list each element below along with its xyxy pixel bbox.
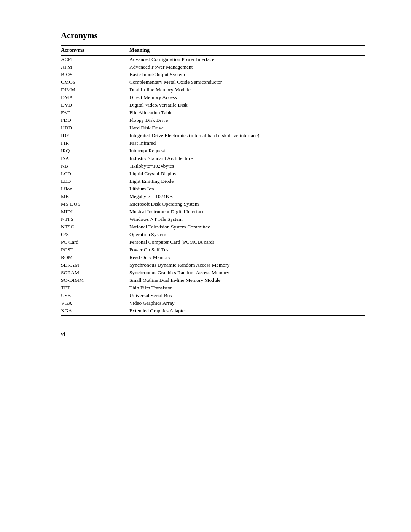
table-row: ACPIAdvanced Configuration Power Interfa… xyxy=(61,55,365,63)
cell-acronym: POST xyxy=(61,246,129,254)
cell-meaning: Basic Input/Output System xyxy=(129,71,365,78)
cell-meaning: Liquid Crystal Display xyxy=(129,170,365,177)
cell-meaning: Power On Self-Test xyxy=(129,246,365,254)
table-row: MBMegabyte = 1024KB xyxy=(61,193,365,200)
cell-acronym: LED xyxy=(61,177,129,185)
table-row: IDEIntegrated Drive Electronics (interna… xyxy=(61,132,365,139)
cell-acronym: SGRAM xyxy=(61,269,129,276)
cell-acronym: KB xyxy=(61,162,129,170)
table-row: NTSCNational Television System Committee xyxy=(61,223,365,231)
cell-acronym: ISA xyxy=(61,155,129,162)
cell-acronym: XGA xyxy=(61,307,129,316)
table-row: CMOSComplementary Metal Oxide Semiconduc… xyxy=(61,78,365,86)
cell-acronym: DVD xyxy=(61,101,129,109)
cell-acronym: FDD xyxy=(61,117,129,124)
col-header-acronym: Acronyms xyxy=(61,45,129,55)
cell-meaning: Industry Standard Architecture xyxy=(129,155,365,162)
table-row: FATFile Allocation Table xyxy=(61,109,365,117)
cell-meaning: File Allocation Table xyxy=(129,109,365,117)
cell-acronym: USB xyxy=(61,292,129,299)
table-row: XGAExtended Graphics Adapter xyxy=(61,307,365,316)
cell-acronym: CMOS xyxy=(61,78,129,86)
cell-meaning: National Television System Committee xyxy=(129,223,365,231)
page-title: Acronyms xyxy=(61,30,365,40)
cell-acronym: LiIon xyxy=(61,185,129,193)
cell-meaning: Thin Film Transistor xyxy=(129,284,365,292)
cell-meaning: Light Emitting Diode xyxy=(129,177,365,185)
cell-meaning: 1Kilobyte=1024bytes xyxy=(129,162,365,170)
cell-meaning: Windows NT File System xyxy=(129,216,365,223)
cell-acronym: TFT xyxy=(61,284,129,292)
cell-acronym: SDRAM xyxy=(61,261,129,269)
cell-acronym: FIR xyxy=(61,139,129,147)
cell-acronym: O/S xyxy=(61,231,129,238)
cell-meaning: Complementary Metal Oxide Semiconductor xyxy=(129,78,365,86)
cell-meaning: Digital Video/Versatile Disk xyxy=(129,101,365,109)
table-row: USBUniversal Serial Bus xyxy=(61,292,365,299)
cell-meaning: Megabyte = 1024KB xyxy=(129,193,365,200)
table-row: IRQInterrupt Request xyxy=(61,147,365,155)
cell-acronym: ACPI xyxy=(61,55,129,63)
cell-meaning: Microsoft Disk Operating System xyxy=(129,200,365,208)
cell-acronym: MIDI xyxy=(61,208,129,216)
cell-meaning: Synchronous Dynamic Random Access Memory xyxy=(129,261,365,269)
cell-meaning: Operation System xyxy=(129,231,365,238)
cell-acronym: NTSC xyxy=(61,223,129,231)
table-row: SGRAMSynchronous Graphics Random Access … xyxy=(61,269,365,276)
table-row: O/SOperation System xyxy=(61,231,365,238)
table-row: DMADirect Memory Access xyxy=(61,94,365,101)
table-row: LEDLight Emitting Diode xyxy=(61,177,365,185)
cell-meaning: Integrated Drive Electronics (internal h… xyxy=(129,132,365,139)
cell-meaning: Extended Graphics Adapter xyxy=(129,307,365,316)
acronyms-table: Acronyms Meaning ACPIAdvanced Configurat… xyxy=(61,45,365,316)
cell-acronym: LCD xyxy=(61,170,129,177)
cell-meaning: Floppy Disk Drive xyxy=(129,117,365,124)
footer-page-number: vi xyxy=(61,331,365,337)
col-header-meaning: Meaning xyxy=(129,45,365,55)
cell-acronym: DIMM xyxy=(61,86,129,94)
cell-acronym: BIOS xyxy=(61,71,129,78)
cell-meaning: Musical Instrument Digital Interface xyxy=(129,208,365,216)
table-row: FIRFast Infrared xyxy=(61,139,365,147)
cell-meaning: Small Outline Dual In-line Memory Module xyxy=(129,276,365,284)
cell-meaning: Read Only Memory xyxy=(129,254,365,261)
table-row: ROMRead Only Memory xyxy=(61,254,365,261)
table-row: HDDHard Disk Drive xyxy=(61,124,365,132)
cell-meaning: Direct Memory Access xyxy=(129,94,365,101)
cell-meaning: Universal Serial Bus xyxy=(129,292,365,299)
cell-meaning: Video Graphics Array xyxy=(129,299,365,307)
table-row: DVDDigital Video/Versatile Disk xyxy=(61,101,365,109)
table-row: DIMMDual In-line Memory Module xyxy=(61,86,365,94)
table-row: SDRAMSynchronous Dynamic Random Access M… xyxy=(61,261,365,269)
cell-acronym: SO-DIMM xyxy=(61,276,129,284)
cell-meaning: Personal Computer Card (PCMCIA card) xyxy=(129,238,365,246)
table-row: BIOSBasic Input/Output System xyxy=(61,71,365,78)
cell-acronym: HDD xyxy=(61,124,129,132)
cell-meaning: Advanced Configuration Power Interface xyxy=(129,55,365,63)
cell-meaning: Advanced Power Management xyxy=(129,63,365,71)
table-row: NTFSWindows NT File System xyxy=(61,216,365,223)
table-row: LiIonLithium Ion xyxy=(61,185,365,193)
table-row: KB1Kilobyte=1024bytes xyxy=(61,162,365,170)
table-row: APMAdvanced Power Management xyxy=(61,63,365,71)
table-row: LCDLiquid Crystal Display xyxy=(61,170,365,177)
cell-meaning: Fast Infrared xyxy=(129,139,365,147)
cell-acronym: VGA xyxy=(61,299,129,307)
cell-acronym: MB xyxy=(61,193,129,200)
cell-meaning: Interrupt Request xyxy=(129,147,365,155)
table-row: SO-DIMMSmall Outline Dual In-line Memory… xyxy=(61,276,365,284)
table-row: ISAIndustry Standard Architecture xyxy=(61,155,365,162)
cell-meaning: Dual In-line Memory Module xyxy=(129,86,365,94)
table-row: PC CardPersonal Computer Card (PCMCIA ca… xyxy=(61,238,365,246)
table-row: POSTPower On Self-Test xyxy=(61,246,365,254)
cell-acronym: IRQ xyxy=(61,147,129,155)
cell-acronym: FAT xyxy=(61,109,129,117)
cell-acronym: NTFS xyxy=(61,216,129,223)
table-row: MS-DOSMicrosoft Disk Operating System xyxy=(61,200,365,208)
table-row: FDDFloppy Disk Drive xyxy=(61,117,365,124)
cell-meaning: Synchronous Graphics Random Access Memor… xyxy=(129,269,365,276)
cell-meaning: Hard Disk Drive xyxy=(129,124,365,132)
table-row: TFTThin Film Transistor xyxy=(61,284,365,292)
table-row: MIDIMusical Instrument Digital Interface xyxy=(61,208,365,216)
cell-meaning: Lithium Ion xyxy=(129,185,365,193)
